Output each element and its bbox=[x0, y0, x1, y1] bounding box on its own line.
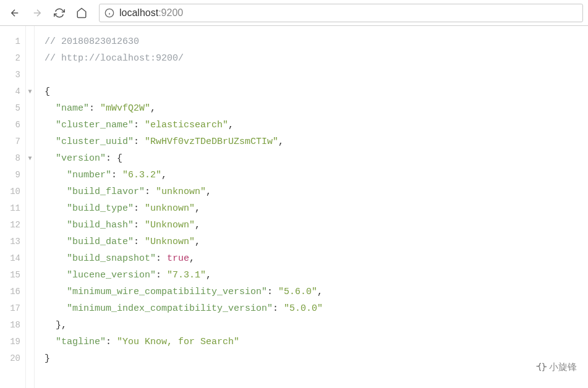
code-line: "tagline": "You Know, for Search" bbox=[45, 334, 588, 350]
line-number: 3 bbox=[0, 67, 20, 83]
fold-gutter: ▼▼ bbox=[26, 26, 35, 388]
fold-marker bbox=[26, 67, 34, 83]
code-line: "cluster_uuid": "RwHVf0vzTDeDBrUZsmCTIw"… bbox=[45, 133, 588, 150]
line-number: 18 bbox=[0, 317, 20, 334]
fold-marker[interactable]: ▼ bbox=[26, 83, 34, 100]
line-number: 10 bbox=[0, 183, 20, 200]
line-number: 6 bbox=[0, 117, 20, 133]
code-line: // http://localhost:9200/ bbox=[45, 50, 588, 67]
home-button[interactable] bbox=[72, 3, 92, 23]
fold-marker bbox=[26, 117, 34, 133]
line-number: 17 bbox=[0, 300, 20, 317]
code-line: "build_type": "unknown", bbox=[45, 200, 588, 217]
back-button[interactable] bbox=[5, 3, 25, 23]
fold-marker bbox=[26, 350, 34, 367]
line-number: 19 bbox=[0, 334, 20, 350]
fold-marker bbox=[26, 217, 34, 234]
line-number: 20 bbox=[0, 350, 20, 367]
json-code-viewer[interactable]: // 20180823012630// http://localhost:920… bbox=[35, 26, 588, 388]
line-number: 2 bbox=[0, 50, 20, 67]
info-icon bbox=[104, 8, 114, 18]
fold-marker bbox=[26, 183, 34, 200]
line-number: 14 bbox=[0, 250, 20, 267]
watermark: 小旋锋 bbox=[535, 361, 577, 373]
line-number: 9 bbox=[0, 167, 20, 183]
code-line: "minimum_wire_compatibility_version": "5… bbox=[45, 284, 588, 300]
fold-marker bbox=[26, 267, 34, 284]
fold-marker bbox=[26, 133, 34, 150]
watermark-text: 小旋锋 bbox=[549, 361, 577, 373]
fold-marker bbox=[26, 300, 34, 317]
code-line bbox=[45, 67, 588, 83]
line-number: 13 bbox=[0, 234, 20, 250]
line-number: 16 bbox=[0, 284, 20, 300]
fold-marker bbox=[26, 334, 34, 350]
code-line: // 20180823012630 bbox=[45, 33, 588, 50]
fold-marker[interactable]: ▼ bbox=[26, 150, 34, 167]
forward-button[interactable] bbox=[27, 3, 47, 23]
code-line: "number": "6.3.2", bbox=[45, 167, 588, 183]
line-number: 7 bbox=[0, 133, 20, 150]
code-line: "build_date": "Unknown", bbox=[45, 234, 588, 250]
fold-marker bbox=[26, 167, 34, 183]
line-number: 15 bbox=[0, 267, 20, 284]
line-number: 5 bbox=[0, 100, 20, 117]
line-number: 11 bbox=[0, 200, 20, 217]
fold-marker bbox=[26, 317, 34, 334]
code-line: "minimum_index_compatibility_version": "… bbox=[45, 300, 588, 317]
line-number: 4 bbox=[0, 83, 20, 100]
fold-marker bbox=[26, 100, 34, 117]
code-line: } bbox=[45, 350, 588, 367]
fold-marker bbox=[26, 33, 34, 50]
line-number: 12 bbox=[0, 217, 20, 234]
fold-marker bbox=[26, 284, 34, 300]
url-bar[interactable]: localhost:9200 bbox=[99, 4, 583, 22]
code-line: "name": "mWvfQ2W", bbox=[45, 100, 588, 117]
code-line: }, bbox=[45, 317, 588, 334]
code-line: "build_flavor": "unknown", bbox=[45, 183, 588, 200]
reload-button[interactable] bbox=[49, 3, 69, 23]
browser-toolbar: localhost:9200 bbox=[0, 0, 588, 26]
line-number-gutter: 1234567891011121314151617181920 bbox=[0, 26, 26, 388]
url-port: :9200 bbox=[158, 7, 183, 19]
code-line: "cluster_name": "elasticsearch", bbox=[45, 117, 588, 133]
code-line: "version": { bbox=[45, 150, 588, 167]
code-line: "build_snapshot": true, bbox=[45, 250, 588, 267]
fold-marker bbox=[26, 200, 34, 217]
content-area: 1234567891011121314151617181920 ▼▼ // 20… bbox=[0, 26, 588, 388]
line-number: 8 bbox=[0, 150, 20, 167]
fold-marker bbox=[26, 250, 34, 267]
code-line: "build_hash": "Unknown", bbox=[45, 217, 588, 234]
line-number: 1 bbox=[0, 33, 20, 50]
code-line: "lucene_version": "7.3.1", bbox=[45, 267, 588, 284]
url-host: localhost bbox=[119, 7, 158, 19]
code-line: { bbox=[45, 83, 588, 100]
fold-marker bbox=[26, 234, 34, 250]
fold-marker bbox=[26, 50, 34, 67]
